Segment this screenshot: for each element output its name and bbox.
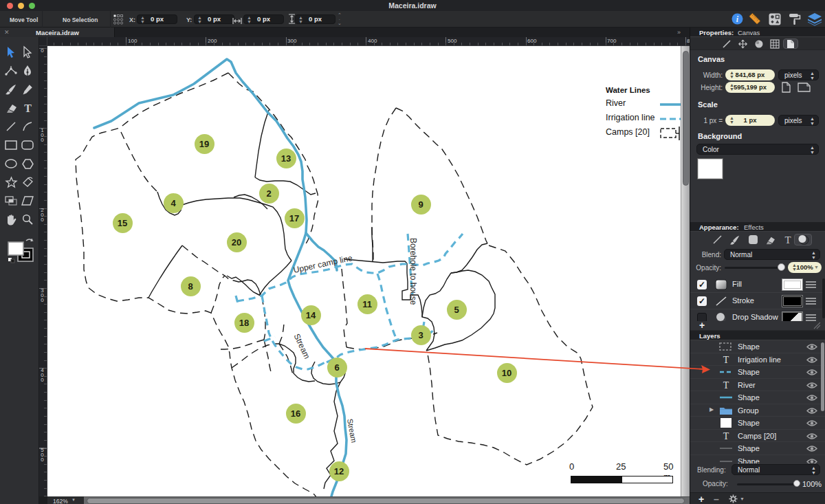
style-roller-icon[interactable] [789,12,801,25]
camp-marker[interactable]: 20 [227,232,247,252]
anchor-point-grid-icon[interactable] [113,14,123,28]
x-position-input[interactable]: ▲▼0 px [137,14,177,24]
shear-tool-button[interactable] [21,194,34,208]
blend-mode-select[interactable]: Normal▲▼ [724,249,820,260]
drop-shadow-swatch[interactable] [782,311,803,321]
constrain-proportions-icon[interactable]: ⌃∙⌄ [338,13,342,25]
vertical-scroll-thumb[interactable] [683,51,689,186]
stroke-checkbox[interactable]: ✓ [697,296,707,306]
fill-options-icon[interactable] [806,281,816,288]
layer-visibility-icon[interactable] [806,394,817,402]
layer-visibility-icon[interactable] [806,445,817,452]
background-color-swatch[interactable] [698,159,723,179]
camp-marker[interactable]: 9 [411,195,431,215]
layer-visibility-icon[interactable] [806,382,817,389]
layer-row[interactable]: Shape [690,366,825,379]
layer-visibility-icon[interactable] [806,343,817,351]
fx-shadow-icon[interactable] [798,234,809,245]
add-layer-button[interactable]: + [698,494,704,504]
camp-marker[interactable]: 2 [259,184,279,204]
effect-row-stroke[interactable]: ✓ Stroke [690,293,825,309]
y-position-input[interactable]: ▲▼0 px [194,14,234,24]
fx-fill-icon[interactable] [748,234,758,245]
camp-marker[interactable]: 16 [286,404,306,424]
eraser-tool-button[interactable] [4,101,18,115]
pencil-tool-button[interactable] [21,83,34,96]
layer-row[interactable]: Shape [690,391,825,404]
brush-tool-button[interactable] [4,83,18,96]
camp-marker[interactable]: 4 [164,193,184,213]
camp-marker[interactable]: 13 [276,149,296,168]
hand-tool-button[interactable] [4,212,18,226]
width-unit-select[interactable]: pixels▲▼ [778,69,819,80]
opacity-value-input[interactable]: ▲▼100%▼ [788,262,822,273]
shape-library-icon[interactable] [769,13,781,25]
add-effect-button[interactable]: + [699,320,705,331]
scale-value-input[interactable]: ▲▼1 px [725,115,775,126]
background-type-select[interactable]: Color▲▼ [696,144,819,155]
polygon-tool-button[interactable] [21,157,34,171]
canvas[interactable]: 19 13 2 4 15 17 20 9 8 18 14 11 5 3 6 10… [47,46,681,496]
canvas-vertical-scrollbar[interactable] [681,46,690,496]
document-tab[interactable]: ✕ Maceira.idraw [0,28,115,37]
effect-row-drop-shadow[interactable]: Drop Shadow [690,309,825,321]
camp-marker[interactable]: 17 [285,208,305,228]
camp-marker[interactable]: 6 [327,358,347,377]
tab-effects-icon[interactable] [754,39,764,49]
camp-marker[interactable]: 8 [181,276,201,296]
tab-stroke-icon[interactable] [722,39,732,49]
node-tool-button[interactable] [4,64,18,78]
camp-marker[interactable]: 14 [301,305,321,325]
landscape-orientation-icon[interactable] [798,83,811,92]
layer-row-group[interactable]: ▶ Group [690,404,825,417]
height-input[interactable]: ▲▼0 px [295,14,336,24]
info-icon[interactable]: i [732,13,743,25]
ellipse-tool-button[interactable] [4,157,18,171]
move-tool-button[interactable] [4,45,18,59]
rectangle-tool-button[interactable] [4,138,18,152]
fill-color-swatch[interactable] [782,278,803,291]
portrait-orientation-icon[interactable] [782,82,791,93]
opacity-slider[interactable] [725,267,783,269]
layer-row[interactable]: T Camps [20] [690,430,825,443]
freeform-tool-button[interactable] [21,175,34,189]
tab-grid-icon[interactable] [770,39,780,49]
layer-row[interactable]: Shape [690,455,825,464]
layer-row[interactable]: Shape [690,340,825,353]
layer-row[interactable]: T Irrigation line [690,353,825,366]
layers-scrollbar[interactable] [821,342,824,411]
stroke-color-swatch[interactable] [782,295,803,307]
layer-row[interactable]: Shape [690,442,825,455]
fx-eraser-icon[interactable] [764,236,776,245]
canvas-horizontal-scrollbar[interactable]: 162% ▼ [47,496,690,504]
layer-visibility-icon[interactable] [806,458,817,464]
camp-marker[interactable]: 18 [234,313,254,333]
camp-marker[interactable]: 3 [411,325,431,345]
layer-visibility-icon[interactable] [806,419,817,427]
canvas-width-input[interactable]: ▲▼841,68 px [725,69,775,80]
resize-grip-icon[interactable] [813,322,821,329]
layer-row[interactable]: Shape [690,417,825,430]
scale-unit-select[interactable]: pixels▲▼ [778,115,819,126]
canvas-height-input[interactable]: ▲▼595,199 px [725,82,775,93]
fx-brush-icon[interactable] [729,234,740,245]
direct-select-tool-button[interactable] [21,45,34,59]
horizontal-scroll-thumb[interactable] [87,498,685,504]
camp-marker[interactable]: 12 [329,461,349,481]
layer-settings-gear-icon[interactable] [729,494,738,503]
pen-tool-button[interactable] [21,64,34,78]
rounded-rect-tool-button[interactable] [21,138,34,152]
camp-marker[interactable]: 19 [195,134,214,154]
tab-overflow-icon[interactable]: » [677,29,680,36]
layers-icon[interactable] [808,13,822,25]
layer-row[interactable]: T River [690,379,825,392]
layer-visibility-icon[interactable] [806,432,817,440]
star-tool-button[interactable] [4,175,18,189]
fx-stroke-icon[interactable] [712,234,723,245]
camp-marker[interactable]: 15 [113,213,133,233]
layer-opacity-slider[interactable] [737,483,800,485]
zoom-tool-button[interactable] [21,212,34,226]
layer-blending-select[interactable]: Normal▲▼ [732,464,820,475]
text-tool-button[interactable]: T [21,101,34,115]
opacity-slider-knob[interactable] [778,263,785,271]
